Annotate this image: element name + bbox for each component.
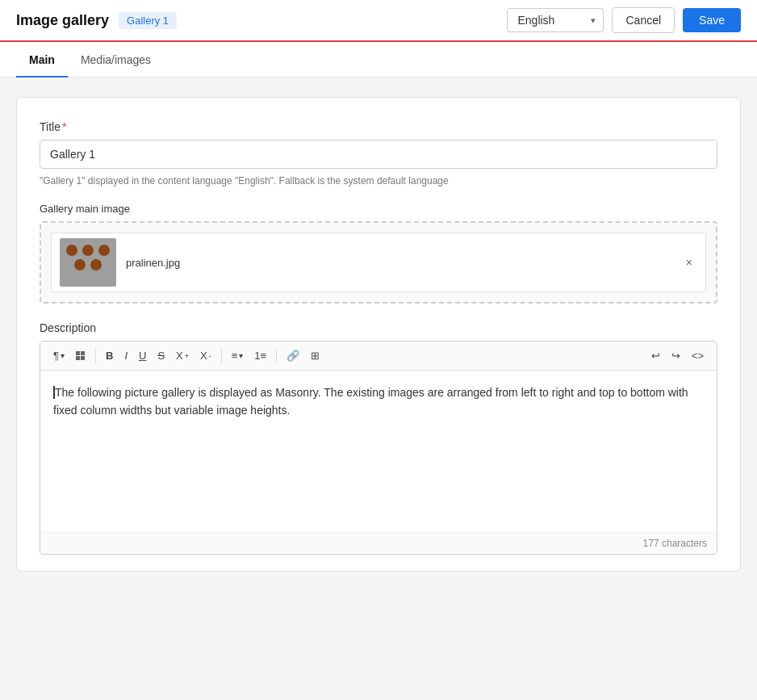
image-item: pralinen.jpg × <box>51 233 706 292</box>
list-unordered-button[interactable]: ≡ ▾ <box>227 346 249 365</box>
link-icon: 🔗 <box>286 350 299 362</box>
praline-image <box>60 238 116 287</box>
image-thumbnail <box>60 238 116 287</box>
title-hint: "Gallery 1" displayed in the content lan… <box>40 175 717 187</box>
grid-button[interactable] <box>71 348 90 364</box>
editor-wrapper: ¶ ▾ B I U S <box>40 341 717 555</box>
title-field-group: Title* "Gallery 1" displayed in the cont… <box>40 120 717 187</box>
remove-image-button[interactable]: × <box>681 254 697 270</box>
table-button[interactable]: ⊞ <box>306 346 324 365</box>
praline-circle-1 <box>66 245 77 256</box>
cancel-button[interactable]: Cancel <box>612 7 675 33</box>
header-right: English German French ▾ Cancel Save <box>507 7 741 33</box>
header-left: Image gallery Gallery 1 <box>16 12 177 29</box>
list-icon: ≡ <box>232 350 238 362</box>
title-input[interactable] <box>40 140 717 169</box>
tab-main[interactable]: Main <box>16 42 68 78</box>
table-icon: ⊞ <box>311 350 320 362</box>
praline-circle-2 <box>82 245 94 256</box>
page-title: Image gallery <box>16 12 109 29</box>
italic-button[interactable]: I <box>119 346 132 365</box>
save-button[interactable]: Save <box>683 8 741 32</box>
ordered-list-icon: 1≡ <box>254 350 266 362</box>
grid-icon <box>76 351 86 361</box>
underline-button[interactable]: U <box>134 346 151 365</box>
strikethrough-button[interactable]: S <box>153 346 169 365</box>
header: Image gallery Gallery 1 English German F… <box>0 0 757 42</box>
toolbar-separator-3 <box>276 349 277 363</box>
image-drop-zone[interactable]: pralinen.jpg × <box>40 221 717 304</box>
toolbar-right: ↩ ↪ <> <box>646 346 709 365</box>
subscript-button[interactable]: X- <box>195 346 216 365</box>
bold-button[interactable]: B <box>101 346 118 365</box>
list-ordered-button[interactable]: 1≡ <box>249 346 271 365</box>
redo-button[interactable]: ↪ <box>667 346 685 365</box>
toolbar-separator-1 <box>95 349 96 363</box>
form-card: Title* "Gallery 1" displayed in the cont… <box>16 97 741 572</box>
editor-content[interactable]: The following picture gallery is display… <box>40 371 717 532</box>
description-section: Description ¶ ▾ <box>40 321 717 555</box>
language-selector-wrapper: English German French ▾ <box>507 8 604 32</box>
editor-footer: 177 characters <box>40 532 717 554</box>
superscript-button[interactable]: X+ <box>171 346 194 365</box>
praline-circle-5 <box>90 259 102 270</box>
paragraph-button[interactable]: ¶ ▾ <box>48 346 69 365</box>
language-select[interactable]: English German French <box>507 8 604 32</box>
description-text: The following picture gallery is display… <box>53 386 688 417</box>
editor-toolbar: ¶ ▾ B I U S <box>40 342 717 371</box>
gallery-image-label: Gallery main image <box>40 203 717 215</box>
undo-button[interactable]: ↩ <box>646 346 665 365</box>
toolbar-separator-2 <box>221 349 222 363</box>
tabs-bar: Main Media/images <box>0 42 757 78</box>
praline-circle-4 <box>74 259 86 270</box>
content-area: Title* "Gallery 1" displayed in the cont… <box>0 78 757 591</box>
list-dropdown-icon: ▾ <box>239 351 243 360</box>
description-label: Description <box>40 321 717 334</box>
praline-circle-3 <box>98 245 110 256</box>
gallery-badge: Gallery 1 <box>119 12 177 29</box>
title-label: Title* <box>40 120 717 133</box>
required-indicator: * <box>62 120 66 133</box>
image-filename: pralinen.jpg <box>126 257 180 269</box>
tab-media-images[interactable]: Media/images <box>68 42 164 78</box>
link-button[interactable]: 🔗 <box>282 346 304 365</box>
char-count: 177 characters <box>643 538 707 549</box>
source-button[interactable]: <> <box>687 346 709 365</box>
